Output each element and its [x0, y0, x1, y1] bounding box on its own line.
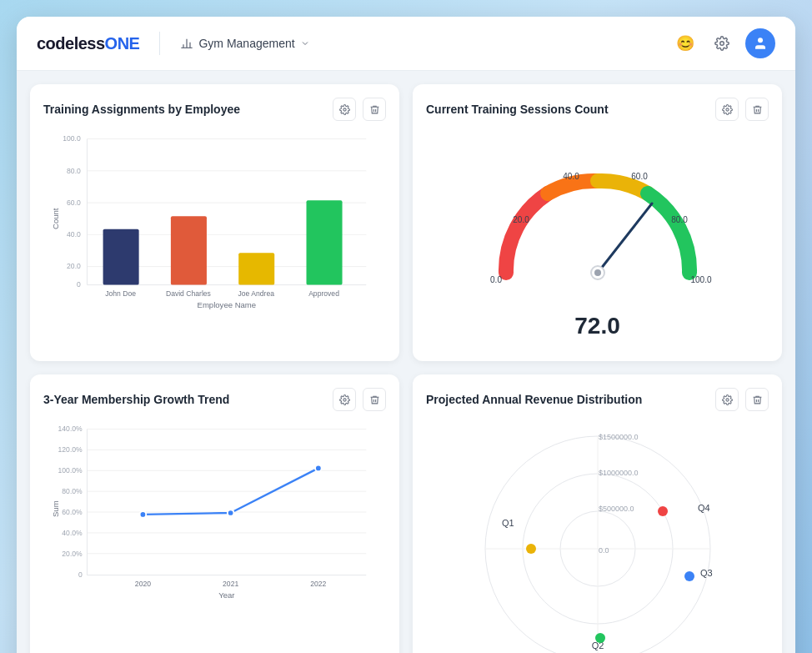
- polar-point-q2: [595, 633, 605, 643]
- svg-point-4: [720, 42, 724, 46]
- gauge-chart-card: Current Training Sessions Count: [413, 84, 782, 361]
- bar-chart-icon: [180, 37, 193, 50]
- polar-chart-body: $500000.0 $1000000.0 $1500000.0 0.0 Q1 Q…: [426, 421, 769, 653]
- logo: codelessONE: [37, 34, 139, 53]
- line-point-2020: [140, 511, 147, 518]
- gauge-svg: 0.0 20.0 40.0 60.0 80.0 100.0: [481, 139, 714, 306]
- trash-icon: [752, 394, 763, 405]
- bar-chart-delete-button[interactable]: [363, 98, 386, 121]
- svg-text:Joe Andrea: Joe Andrea: [238, 289, 274, 298]
- settings-icon: [339, 394, 350, 405]
- svg-text:Employee Name: Employee Name: [198, 300, 257, 309]
- line-chart-svg: 140.0% 120.0% 100.0% 80.0% 60.0% 40.0% 2…: [43, 421, 386, 605]
- bar-chart-actions: [333, 98, 386, 121]
- svg-point-6: [343, 108, 345, 110]
- header-divider: [159, 32, 160, 55]
- polar-chart-svg: $500000.0 $1000000.0 $1500000.0 0.0 Q1 Q…: [452, 428, 744, 653]
- line-chart-actions: [333, 388, 386, 411]
- trash-icon: [369, 104, 380, 115]
- svg-text:40.0: 40.0: [67, 230, 81, 239]
- nav-gym-management[interactable]: Gym Management: [180, 37, 309, 50]
- bar-chart-svg: 100.0 80.0 60.0 40.0 20.0 0 Count John D…: [43, 131, 386, 314]
- svg-point-26: [725, 108, 728, 110]
- gear-icon: [714, 36, 729, 51]
- bar-chart-card: Training Assignments by Employee: [30, 84, 399, 361]
- bar-chart-settings-button[interactable]: [333, 98, 356, 121]
- svg-text:60.0: 60.0: [631, 172, 648, 181]
- line-chart-body: 140.0% 120.0% 100.0% 80.0% 60.0% 40.0% 2…: [43, 421, 386, 608]
- bar-david-charles: [171, 216, 207, 284]
- svg-text:$500000.0: $500000.0: [599, 505, 634, 513]
- logo-accent: ONE: [105, 34, 140, 53]
- polar-point-q3: [684, 571, 694, 581]
- svg-text:Year: Year: [218, 590, 235, 600]
- svg-text:80.0: 80.0: [67, 167, 81, 175]
- polar-chart-card: Projected Annual Revenue Distribution: [413, 374, 782, 653]
- svg-text:140.0%: 140.0%: [58, 424, 83, 433]
- svg-text:40.0%: 40.0%: [62, 529, 83, 537]
- svg-text:60.0%: 60.0%: [62, 508, 83, 516]
- bar-approved: [307, 200, 343, 284]
- app-container: codelessONE Gym Management 😊: [17, 17, 795, 653]
- svg-text:0: 0: [78, 570, 83, 579]
- polar-delete-button[interactable]: [745, 388, 769, 411]
- emoji-button[interactable]: 😊: [672, 30, 699, 57]
- svg-text:60.0: 60.0: [67, 198, 81, 207]
- line-chart-card: 3-Year Membership Growth Trend: [30, 374, 399, 653]
- svg-text:Q3: Q3: [700, 568, 713, 578]
- svg-point-56: [725, 398, 728, 400]
- svg-text:100.0%: 100.0%: [58, 466, 83, 475]
- dashboard-grid: Training Assignments by Employee: [17, 71, 795, 653]
- polar-chart-title: Projected Annual Revenue Distribution: [426, 393, 642, 406]
- user-icon: [753, 36, 768, 51]
- settings-icon: [722, 394, 733, 405]
- line-point-2021: [228, 510, 234, 516]
- gauge-value: 72.0: [574, 313, 620, 339]
- svg-text:2020: 2020: [135, 580, 151, 588]
- gauge-needle: [598, 203, 652, 273]
- gauge-chart-actions: [715, 98, 769, 121]
- settings-button[interactable]: [709, 30, 735, 57]
- gauge-chart-title: Current Training Sessions Count: [426, 103, 609, 116]
- user-avatar-button[interactable]: [745, 28, 775, 58]
- bar-john-doe: [103, 229, 139, 285]
- polar-chart-actions: [715, 388, 769, 411]
- svg-text:2022: 2022: [310, 580, 326, 588]
- bar-chart-title: Training Assignments by Employee: [43, 103, 240, 116]
- line-chart-header: 3-Year Membership Growth Trend: [43, 388, 386, 411]
- svg-point-5: [758, 38, 763, 43]
- line-chart-settings-button[interactable]: [333, 388, 356, 411]
- line-chart-title: 3-Year Membership Growth Trend: [43, 393, 229, 406]
- svg-point-33: [343, 398, 345, 400]
- svg-text:80.0%: 80.0%: [62, 487, 83, 495]
- svg-text:120.0%: 120.0%: [58, 445, 83, 454]
- gauge-delete-button[interactable]: [745, 98, 769, 121]
- line-point-2022: [315, 465, 322, 472]
- svg-text:$1500000.0: $1500000.0: [599, 433, 639, 441]
- svg-text:Q1: Q1: [502, 518, 514, 528]
- polar-settings-button[interactable]: [715, 388, 739, 411]
- line-chart-delete-button[interactable]: [363, 388, 386, 411]
- svg-text:$1000000.0: $1000000.0: [599, 469, 639, 477]
- svg-text:100.0: 100.0: [690, 275, 711, 284]
- bar-chart-body: 100.0 80.0 60.0 40.0 20.0 0 Count John D…: [43, 131, 386, 318]
- svg-text:Q4: Q4: [698, 503, 710, 513]
- header: codelessONE Gym Management 😊: [17, 17, 795, 71]
- gauge-settings-button[interactable]: [715, 98, 739, 121]
- svg-text:0: 0: [77, 280, 81, 289]
- chevron-down-icon: [300, 38, 310, 48]
- polar-point-q1: [526, 544, 536, 554]
- trash-icon: [369, 394, 380, 405]
- bar-joe-andrea: [238, 253, 274, 284]
- svg-text:2021: 2021: [223, 580, 238, 588]
- gauge-chart-header: Current Training Sessions Count: [426, 98, 769, 121]
- svg-text:0.0: 0.0: [599, 546, 609, 555]
- gauge-container: 0.0 20.0 40.0 60.0 80.0 100.0: [426, 131, 769, 348]
- svg-text:Approved: Approved: [308, 289, 339, 298]
- settings-icon: [339, 104, 350, 115]
- polar-point-q4: [658, 506, 668, 516]
- svg-text:80.0: 80.0: [671, 215, 688, 224]
- svg-text:Count: Count: [51, 208, 60, 229]
- bar-chart-header: Training Assignments by Employee: [43, 98, 386, 121]
- svg-text:David Charles: David Charles: [166, 289, 211, 298]
